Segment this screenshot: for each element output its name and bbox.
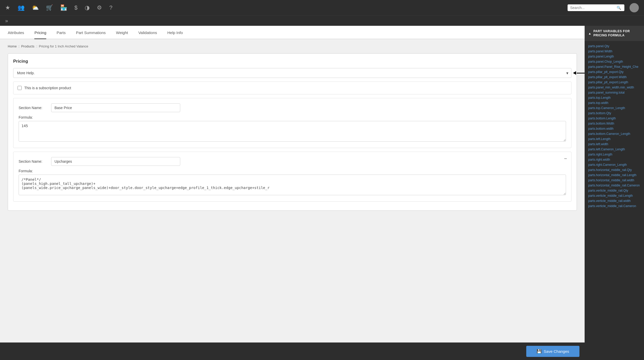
formula-label-1: Formula: [19,115,566,119]
arrow-pointer [573,71,585,75]
sidebar-var[interactable]: parts.right.Length [588,152,640,157]
pricing-box: Pricing More Help. ▾ [8,53,577,211]
avatar[interactable] [630,3,639,12]
formula-label-2: Formula: [19,169,566,173]
section-upcharges: − Section Name: Formula: /*Panel*/ (pane… [13,152,571,202]
layers-icon[interactable]: ⛅ [32,4,39,11]
sidebar-var[interactable]: parts.bottom.Cameron_Length [588,131,640,136]
search-container[interactable]: 🔍 [568,4,624,11]
sidebar-var[interactable]: parts.panel_min_width.min_width [588,85,640,90]
sidebar-var[interactable]: parts.panel.Length [588,54,640,59]
subscription-label: This is a subscription product [24,86,71,90]
section-name-row: Section Name: [19,103,566,112]
right-sidebar: ▲ PART VARIABLES FOR PRICING FORMULA par… [585,26,644,360]
sidebar-var[interactable]: parts.left.Length [588,136,640,142]
breadcrumb-home[interactable]: Home [8,44,17,48]
sidebar-var[interactable]: parts.pillar_plt_export.Qty [588,69,640,75]
content-area: Home :: Products :: Pricing for 1 Inch A… [0,39,585,342]
sidebar-var[interactable]: parts.panel.Qty [588,44,640,49]
tab-validations[interactable]: Validations [138,26,157,39]
sidebar-var[interactable]: parts.left.Cameron_Length [588,147,640,152]
remove-section-button[interactable]: − [564,156,567,161]
tab-bar: Attributes Pricing Parts Part Summations… [0,26,585,39]
search-input[interactable] [570,6,617,10]
subscription-checkbox[interactable] [18,86,22,90]
cart-icon[interactable]: 🛒 [46,4,53,11]
section-name-label: Section Name: [19,106,47,110]
tab-parts[interactable]: Parts [57,26,66,39]
sidebar-chevron-icon: ▲ [588,32,591,35]
sidebar-var[interactable]: parts.top.Length [588,95,640,100]
sidebar-var[interactable]: parts.verticle_middle_rail.Cameron [588,203,640,209]
sidebar-var[interactable]: parts.bottom.Width [588,121,640,126]
sidebar-var[interactable]: parts.horizontal_middle_rail.Length [588,173,640,178]
save-changes-button[interactable]: 💾 Save Changes [526,346,579,357]
breadcrumb: Home :: Products :: Pricing for 1 Inch A… [8,44,577,48]
breadcrumb-current: Pricing for 1 Inch Arched Valance [39,44,88,48]
chevron-right-icon[interactable]: » [5,18,8,24]
help-dropdown[interactable]: More Help. [13,68,571,78]
tab-attributes[interactable]: Attributes [8,26,24,39]
sidebar-header-text: PART VARIABLES FOR PRICING FORMULA [593,29,640,37]
formula-textarea-upcharges[interactable]: /*Panel*/ (panels_high.panel_tall_upchar… [19,175,566,195]
sidebar-var[interactable]: parts.right.width [588,157,640,162]
question-icon[interactable]: ? [109,4,112,11]
section-name-row-2: Section Name: [19,157,566,166]
pricing-title: Pricing [13,59,571,64]
tab-help-info[interactable]: Help Info [167,26,183,39]
breadcrumb-sep2: :: [36,44,37,48]
sidebar-var[interactable]: parts.top.Cameron_Length [588,105,640,111]
sidebar-var[interactable]: parts.bottom.Qty [588,111,640,116]
sidebar-var[interactable]: parts.panel.Width [588,49,640,54]
secondary-nav: » [0,15,644,26]
sidebar-var[interactable]: parts.panel.Chop_Length [588,59,640,64]
help-dropdown-row: More Help. ▾ [13,68,571,78]
sidebar-var[interactable]: parts.pillar_plt_export.Width [588,75,640,80]
dollar-icon[interactable]: $ [74,4,77,11]
sidebar-var[interactable]: parts.horizontal_middle_rail.Qty [588,167,640,173]
sidebar-var[interactable]: parts.pillar_plt_export.Length [588,80,640,85]
sidebar-var[interactable]: parts.horizontal_middle_rail.Cameron [588,183,640,188]
formula-textarea-base-price[interactable]: 145 [19,121,566,142]
sidebar-var[interactable]: parts.verticle_middle_rail.width [588,198,640,203]
sidebar-var[interactable]: parts.right.Cameron_Length [588,162,640,167]
tab-weight[interactable]: Weight [116,26,128,39]
sidebar-var[interactable]: parts.bottom.width [588,126,640,131]
sidebar-var[interactable]: parts.top.width [588,100,640,105]
sidebar-var[interactable]: parts.verticle_middle_rail.Qty [588,188,640,193]
search-icon: 🔍 [617,6,621,10]
section-name-label-2: Section Name: [19,159,47,163]
sidebar-var[interactable]: parts.horizontal_middle_rail.width [588,178,640,183]
store-icon[interactable]: 🏪 [60,4,67,11]
sidebar-var[interactable]: parts.panel.Panel_Rise_Height_Che [588,64,640,69]
users-icon[interactable]: 👥 [18,4,25,11]
star-icon[interactable]: ★ [5,4,10,11]
subscription-box: This is a subscription product [13,81,571,94]
top-navigation: ★ 👥 ⛅ 🛒 🏪 $ ◑ ⚙ ? 🔍 [0,0,644,15]
sidebar-var[interactable]: parts.bottom.Length [588,116,640,121]
tab-pricing[interactable]: Pricing [34,26,46,39]
section-name-input-upcharges[interactable] [51,157,180,166]
sidebar-var[interactable]: parts.left.width [588,142,640,147]
breadcrumb-products[interactable]: Products [21,44,34,48]
save-bar: 💾 Save Changes [0,342,585,360]
sidebar-var[interactable]: parts.panel_summing.total [588,90,640,95]
sidebar-variables: parts.panel.Qty parts.panel.Width parts.… [585,41,644,360]
tab-part-summations[interactable]: Part Summations [76,26,106,39]
breadcrumb-sep1: :: [18,44,20,48]
save-icon: 💾 [537,349,542,354]
sidebar-header: ▲ PART VARIABLES FOR PRICING FORMULA [585,26,644,41]
save-changes-label: Save Changes [544,349,569,354]
gear-icon[interactable]: ⚙ [97,4,102,11]
sidebar-var[interactable]: parts.verticle_middle_rail.Length [588,193,640,198]
section-name-input-base-price[interactable] [51,103,180,112]
section-base-price: Section Name: Formula: 145 [13,98,571,148]
nav-icons-group: ★ 👥 ⛅ 🛒 🏪 $ ◑ ⚙ ? [5,4,568,11]
chart-icon[interactable]: ◑ [85,4,90,11]
